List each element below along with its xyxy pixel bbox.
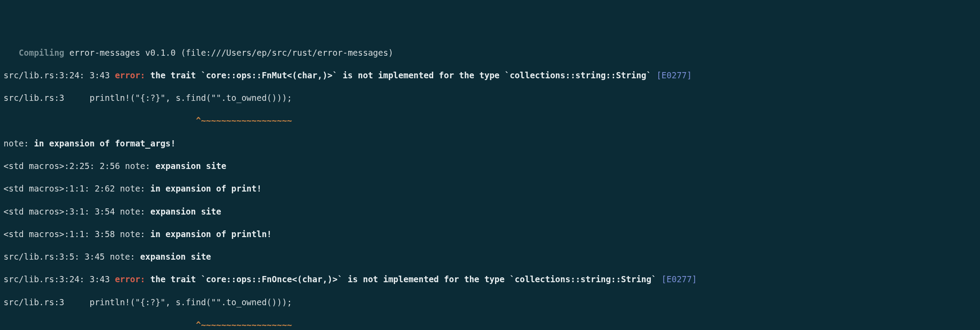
error-1-source: src/lib.rs:3 println!("{:?}", s.find("".… xyxy=(4,92,976,104)
error-code-link[interactable]: [E0277] xyxy=(657,70,692,80)
error-1-location: src/lib.rs:3:24: 3:43 xyxy=(4,70,115,80)
error-1-source-loc: src/lib.rs:3 xyxy=(4,93,89,103)
error-tag: error: xyxy=(115,274,150,284)
trace-row: <std macros>:2:25: 2:56 note: expansion … xyxy=(4,161,976,172)
trace-row: <std macros>:1:1: 3:58 note: in expansio… xyxy=(4,229,976,240)
error-2-source-code: println!("{:?}", s.find("".to_owned())); xyxy=(89,297,292,307)
error-2-source-loc: src/lib.rs:3 xyxy=(4,297,89,307)
compiling-label: Compiling xyxy=(19,48,64,58)
error-2-message: the trait `core::ops::FnOnce<(char,)>` i… xyxy=(150,274,661,284)
compiling-package: error-messages v0.1.0 (file:///Users/ep/… xyxy=(69,48,393,58)
error-1-source-code: println!("{:?}", s.find("".to_owned())); xyxy=(89,93,292,103)
note-1: note: in expansion of format_args! xyxy=(4,138,976,150)
caret-underline: ^~~~~~~~~~~~~~~~~~~ xyxy=(196,115,292,125)
trace-row: <std macros>:1:1: 2:62 note: in expansio… xyxy=(4,183,976,195)
note-1-message: in expansion of format_args! xyxy=(34,138,176,148)
error-2-location: src/lib.rs:3:24: 3:43 xyxy=(4,274,115,284)
error-1-caret: ^~~~~~~~~~~~~~~~~~~ xyxy=(4,115,976,127)
error-1-header: src/lib.rs:3:24: 3:43 error: the trait `… xyxy=(4,70,976,81)
note-tag: note: xyxy=(4,138,34,148)
error-2-source: src/lib.rs:3 println!("{:?}", s.find("".… xyxy=(4,297,976,308)
error-2-caret: ^~~~~~~~~~~~~~~~~~~ xyxy=(4,319,976,330)
caret-underline: ^~~~~~~~~~~~~~~~~~~ xyxy=(196,320,292,330)
error-tag: error: xyxy=(115,70,150,80)
trace-row: <std macros>:3:1: 3:54 note: expansion s… xyxy=(4,206,976,218)
error-1-message: the trait `core::ops::FnMut<(char,)>` is… xyxy=(150,70,657,80)
error-2-header: src/lib.rs:3:24: 3:43 error: the trait `… xyxy=(4,274,976,285)
trace-row: src/lib.rs:3:5: 3:45 note: expansion sit… xyxy=(4,251,976,263)
compiling-line: Compiling error-messages v0.1.0 (file://… xyxy=(4,47,976,59)
error-code-link[interactable]: [E0277] xyxy=(661,274,697,284)
